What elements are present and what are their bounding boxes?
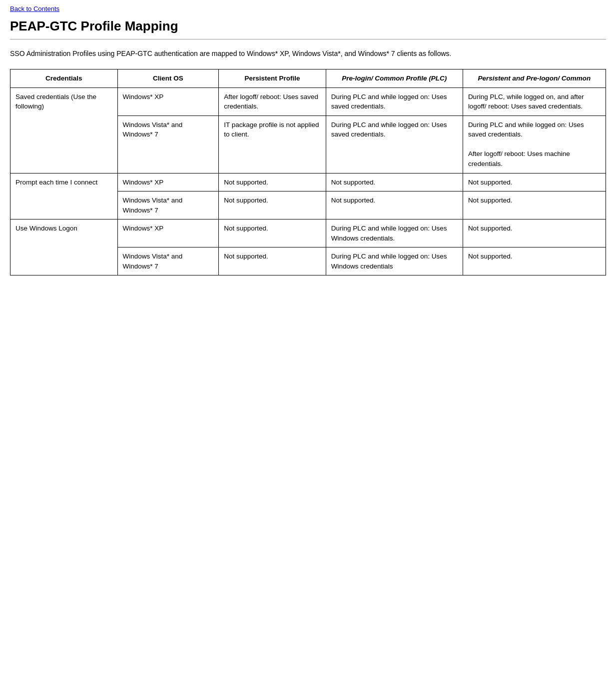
cell-pp: IT package profile is not applied to cli…: [219, 116, 326, 173]
cell-os: Windows Vista* and Windows* 7: [117, 248, 219, 276]
cell-os: Windows Vista* and Windows* 7: [117, 116, 219, 173]
intro-paragraph: SSO Administration Profiles using PEAP-G…: [10, 48, 606, 59]
cell-pplc: Not supported.: [463, 248, 606, 276]
cell-credential: Saved credentials (Use the following): [10, 88, 118, 173]
cell-plc: Not supported.: [326, 192, 463, 220]
cell-plc: During PLC and while logged on: Uses sav…: [326, 88, 463, 116]
profile-mapping-table: Credentials Client OS Persistent Profile…: [10, 69, 606, 276]
cell-pplc: Not supported.: [463, 192, 606, 220]
cell-credential: Use Windows Logon: [10, 220, 118, 276]
header-client-os: Client OS: [117, 70, 219, 88]
header-credentials: Credentials: [10, 70, 118, 88]
cell-pp: After logoff/ reboot: Uses saved credent…: [219, 88, 326, 116]
cell-pp: Not supported.: [219, 192, 326, 220]
cell-pp: Not supported.: [219, 248, 326, 276]
cell-pplc: Not supported.: [463, 173, 606, 192]
cell-os: Windows* XP: [117, 173, 219, 192]
cell-pplc: Not supported.: [463, 220, 606, 248]
table-row: Prompt each time I connectWindows* XPNot…: [10, 173, 606, 192]
cell-os: Windows* XP: [117, 88, 219, 116]
back-to-contents-link[interactable]: Back to Contents: [10, 5, 606, 12]
cell-pplc: During PLC, while logged on, and after l…: [463, 88, 606, 116]
cell-pp: Not supported.: [219, 220, 326, 248]
cell-credential: Prompt each time I connect: [10, 173, 118, 220]
divider: [10, 39, 606, 40]
cell-plc: During PLC and while logged on: Uses sav…: [326, 116, 463, 173]
header-pplc: Persistent and Pre-logon/ Common: [463, 70, 606, 88]
table-row: Use Windows LogonWindows* XPNot supporte…: [10, 220, 606, 248]
table-row: Saved credentials (Use the following)Win…: [10, 88, 606, 116]
header-plc: Pre-login/ Common Profile (PLC): [326, 70, 463, 88]
cell-os: Windows Vista* and Windows* 7: [117, 192, 219, 220]
cell-plc: During PLC and while logged on: Uses Win…: [326, 248, 463, 276]
cell-pp: Not supported.: [219, 173, 326, 192]
cell-os: Windows* XP: [117, 220, 219, 248]
header-persistent-profile: Persistent Profile: [219, 70, 326, 88]
cell-pplc: During PLC and while logged on: Uses sav…: [463, 116, 606, 173]
cell-plc: During PLC and while logged on: Uses Win…: [326, 220, 463, 248]
page-title: PEAP-GTC Profile Mapping: [10, 18, 606, 34]
cell-plc: Not supported.: [326, 173, 463, 192]
